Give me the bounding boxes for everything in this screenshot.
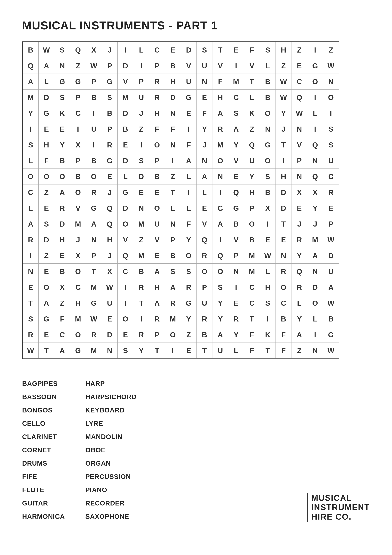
word-list-item: CLARINET	[22, 430, 85, 444]
grid-cell: B	[260, 74, 276, 89]
grid-cell: M	[228, 74, 244, 89]
grid-cell: M	[213, 137, 228, 153]
grid-cell: R	[292, 279, 307, 295]
word-list-item: BAGPIPES	[22, 377, 85, 390]
grid-cell: E	[149, 248, 165, 263]
grid-cell: E	[228, 295, 244, 311]
grid-cell: O	[276, 279, 292, 295]
grid-cell: O	[323, 89, 339, 105]
grid-cell: O	[54, 169, 70, 184]
grid-cell: I	[165, 343, 181, 358]
grid-cell: I	[23, 121, 39, 137]
grid-cell: P	[165, 232, 181, 248]
grid-cell: R	[133, 327, 149, 343]
word-list-item: OBOE	[85, 444, 149, 457]
grid-cell: B	[133, 263, 149, 279]
word-list-col2: HARPHARPSICHORDKEYBOARDLYREMANDOLINOBOEO…	[85, 377, 149, 523]
grid-cell: P	[149, 327, 165, 343]
grid-cell: N	[165, 105, 181, 121]
grid-cell: R	[197, 248, 213, 263]
grid-cell: A	[165, 279, 181, 295]
grid-cell: O	[260, 153, 276, 169]
grid-cell: X	[54, 279, 70, 295]
grid-cell: W	[323, 232, 339, 248]
grid-cell: Z	[181, 327, 197, 343]
word-list-item: CORNET	[22, 444, 85, 457]
grid-cell: J	[102, 184, 118, 200]
grid-cell: F	[276, 327, 292, 343]
grid-cell: E	[39, 263, 54, 279]
word-list-item: LYRE	[85, 417, 149, 430]
grid-cell: S	[260, 42, 276, 58]
grid-cell: I	[118, 295, 133, 311]
grid-cell: I	[86, 105, 102, 121]
grid-cell: R	[292, 232, 307, 248]
grid-cell: I	[307, 121, 323, 137]
grid-cell: W	[323, 343, 339, 358]
grid-cell: I	[260, 311, 276, 327]
grid-cell: Q	[292, 89, 307, 105]
grid-cell: U	[181, 74, 197, 89]
grid-cell: H	[149, 105, 165, 121]
grid-cell: W	[102, 279, 118, 295]
grid-cell: F	[181, 137, 197, 153]
grid-cell: I	[276, 153, 292, 169]
grid-cell: P	[244, 200, 260, 216]
grid-cell: A	[197, 169, 213, 184]
grid-cell: F	[54, 311, 70, 327]
grid-cell: A	[181, 153, 197, 169]
grid-cell: C	[213, 200, 228, 216]
grid-cell: H	[165, 74, 181, 89]
grid-cell: O	[181, 248, 197, 263]
grid-cell: C	[292, 74, 307, 89]
grid-cell: E	[323, 200, 339, 216]
grid-cell: B	[118, 121, 133, 137]
grid-cell: S	[133, 153, 149, 169]
grid-cell: N	[292, 121, 307, 137]
grid-cell: I	[118, 279, 133, 295]
grid-cell: F	[276, 343, 292, 358]
grid-cell: M	[307, 232, 323, 248]
grid-cell: E	[292, 200, 307, 216]
grid-cell: B	[260, 184, 276, 200]
grid-cell: R	[133, 279, 149, 295]
grid-cell: A	[54, 184, 70, 200]
grid-cell: I	[23, 248, 39, 263]
grid-cell: R	[54, 200, 70, 216]
grid-cell: B	[70, 169, 86, 184]
grid-cell: C	[70, 105, 86, 121]
grid-cell: T	[244, 74, 260, 89]
grid-cell: O	[244, 216, 260, 232]
grid-cell: E	[102, 169, 118, 184]
grid-cell: U	[133, 89, 149, 105]
grid-cell: W	[292, 105, 307, 121]
grid-cell: S	[323, 137, 339, 153]
grid-cell: I	[118, 42, 133, 58]
grid-cell: Z	[54, 295, 70, 311]
grid-cell: M	[133, 248, 149, 263]
grid-cell: Z	[39, 248, 54, 263]
grid-cell: I	[260, 216, 276, 232]
grid-cell: I	[228, 279, 244, 295]
grid-cell: T	[86, 263, 102, 279]
grid-cell: K	[260, 327, 276, 343]
grid-cell: D	[307, 279, 323, 295]
grid-cell: D	[276, 184, 292, 200]
grid-cell: B	[260, 89, 276, 105]
grid-cell: W	[276, 74, 292, 89]
grid-cell: L	[292, 295, 307, 311]
grid-cell: N	[23, 263, 39, 279]
grid-cell: I	[181, 184, 197, 200]
grid-cell: L	[307, 105, 323, 121]
grid-cell: D	[133, 169, 149, 184]
grid-cell: O	[70, 263, 86, 279]
grid-cell: C	[244, 295, 260, 311]
grid-cell: M	[133, 216, 149, 232]
grid-cell: H	[260, 279, 276, 295]
grid-cell: A	[213, 327, 228, 343]
grid-cell: M	[244, 263, 260, 279]
grid-cell: G	[70, 343, 86, 358]
word-list-item: FLUTE	[22, 483, 85, 497]
grid-cell: R	[86, 184, 102, 200]
grid-cell: C	[118, 263, 133, 279]
